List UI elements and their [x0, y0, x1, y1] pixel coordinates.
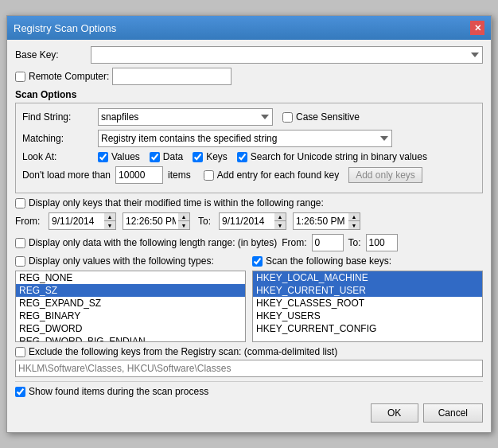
base-key-row: Base Key: [15, 46, 483, 64]
value-types-label[interactable]: Display only values with the following t… [15, 255, 214, 267]
length-to-label: To: [348, 237, 361, 248]
to-time-up[interactable]: ▲ [348, 213, 360, 221]
keys-checkbox[interactable] [193, 152, 203, 162]
from-time-spinbox: ▲ ▼ [123, 212, 190, 230]
list-item[interactable]: REG_DWORD_BIG_ENDIAN [16, 335, 245, 342]
from-date-input[interactable] [49, 212, 104, 230]
to-time-down[interactable]: ▼ [348, 221, 360, 229]
base-keys-header-row: Scan the following base keys: [252, 255, 483, 267]
base-key-select[interactable] [91, 46, 483, 64]
list-item[interactable]: REG_BINARY [16, 310, 245, 322]
unicode-checkbox-label[interactable]: Search for Unicode string in binary valu… [237, 151, 427, 162]
buttons-row: OK Cancel [15, 403, 483, 426]
base-key-label: Base Key: [15, 49, 91, 60]
list-item[interactable]: REG_DWORD [16, 322, 245, 335]
display-length-checkbox[interactable] [15, 238, 25, 248]
value-types-checkbox[interactable] [15, 256, 25, 267]
exclude-input[interactable] [15, 360, 483, 377]
from-time-input[interactable] [123, 212, 178, 230]
scan-options-label: Scan Options [15, 89, 483, 100]
list-item[interactable]: REG_SZ [16, 284, 245, 297]
value-types-listbox[interactable]: REG_NONE REG_SZ REG_EXPAND_SZ REG_BINARY… [15, 271, 246, 342]
from-label: From: [15, 216, 45, 227]
remote-computer-row: Remote Computer: [15, 68, 483, 85]
from-date-up[interactable]: ▲ [104, 213, 115, 221]
matching-select[interactable]: Registry item contains the specified str… [98, 130, 392, 147]
registry-scan-dialog: Registry Scan Options ✕ Base Key: Remote… [6, 15, 492, 433]
items-label: items [168, 169, 191, 181]
list-item[interactable]: HKEY_CURRENT_CONFIG [253, 322, 482, 335]
base-keys-col: Scan the following base keys: HKEY_LOCAL… [252, 255, 483, 342]
to-date-up[interactable]: ▲ [274, 213, 286, 221]
to-time-spinbox: ▲ ▼ [293, 212, 360, 230]
data-checkbox-label[interactable]: Data [150, 151, 183, 162]
base-keys-label[interactable]: Scan the following base keys: [252, 255, 391, 267]
remote-computer-input[interactable] [112, 68, 231, 85]
exclude-keys-row: Exclude the following keys from the Regi… [15, 346, 483, 357]
dialog-title: Registry Scan Options [14, 22, 116, 34]
exclude-input-row [15, 360, 483, 377]
to-date-input[interactable] [219, 212, 274, 230]
base-keys-checkbox[interactable] [252, 256, 263, 267]
title-bar: Registry Scan Options ✕ [7, 16, 491, 40]
dont-load-row: Don't load more than items Add entry for… [22, 166, 476, 184]
values-checkbox-label[interactable]: Values [98, 151, 140, 162]
display-modified-checkbox[interactable] [15, 198, 25, 208]
matching-label: Matching: [22, 133, 98, 144]
keys-checkbox-label[interactable]: Keys [193, 151, 228, 162]
value-types-header-row: Display only values with the following t… [15, 255, 246, 267]
length-from-label: From: [282, 237, 306, 248]
add-entry-checkbox[interactable] [204, 170, 214, 181]
from-date-spinbox: ▲ ▼ [49, 212, 116, 230]
show-found-row: Show found items during the scan process [15, 386, 483, 397]
add-only-keys-button: Add only keys [348, 167, 422, 183]
from-time-up[interactable]: ▲ [178, 213, 189, 221]
case-sensitive-label[interactable]: Case Sensitive [282, 111, 360, 123]
find-string-select[interactable]: snapfiles [98, 108, 273, 126]
close-button[interactable]: ✕ [470, 21, 484, 35]
remote-computer-checkbox[interactable] [15, 72, 25, 82]
exclude-keys-label[interactable]: Exclude the following keys from the Regi… [15, 346, 337, 357]
from-time-down[interactable]: ▼ [178, 221, 189, 229]
display-length-label[interactable]: Display only data with the following len… [15, 237, 277, 248]
to-time-input[interactable] [293, 212, 348, 230]
length-to-input[interactable] [366, 234, 398, 251]
list-item[interactable]: HKEY_CURRENT_USER [253, 284, 482, 297]
values-checkbox[interactable] [98, 152, 108, 162]
show-found-checkbox[interactable] [15, 387, 25, 397]
list-item[interactable]: HKEY_CLASSES_ROOT [253, 297, 482, 310]
value-types-col: Display only values with the following t… [15, 255, 246, 342]
case-sensitive-checkbox[interactable] [282, 112, 293, 123]
list-item[interactable]: HKEY_LOCAL_MACHINE [253, 271, 482, 284]
find-string-row: Find String: snapfiles Case Sensitive [22, 108, 476, 126]
base-keys-listbox[interactable]: HKEY_LOCAL_MACHINE HKEY_CURRENT_USER HKE… [252, 271, 483, 342]
matching-row: Matching: Registry item contains the spe… [22, 130, 476, 147]
list-item[interactable]: REG_EXPAND_SZ [16, 297, 245, 310]
from-date-down[interactable]: ▼ [104, 221, 115, 229]
remote-computer-label[interactable]: Remote Computer: [15, 71, 109, 82]
dont-load-label: Don't load more than [22, 169, 111, 181]
ok-button[interactable]: OK [371, 403, 418, 423]
exclude-keys-checkbox[interactable] [15, 347, 25, 357]
unicode-checkbox[interactable] [237, 152, 247, 162]
to-date-spinbox: ▲ ▼ [219, 212, 286, 230]
to-date-down[interactable]: ▼ [274, 221, 286, 229]
display-modified-row: Display only keys that their modified ti… [15, 197, 483, 208]
scan-options-box: Find String: snapfiles Case Sensitive Ma… [15, 103, 483, 193]
display-length-row: Display only data with the following len… [15, 234, 483, 251]
two-col-section: Display only values with the following t… [15, 255, 483, 342]
list-item[interactable]: HKEY_USERS [253, 310, 482, 322]
data-checkbox[interactable] [150, 152, 160, 162]
add-entry-label[interactable]: Add entry for each found key [204, 169, 339, 181]
display-modified-label[interactable]: Display only keys that their modified ti… [15, 197, 324, 208]
dont-load-input[interactable] [115, 166, 163, 184]
list-item[interactable]: REG_NONE [16, 271, 245, 284]
find-string-label: Find String: [22, 111, 98, 123]
show-found-label[interactable]: Show found items during the scan process [15, 386, 208, 397]
look-at-row: Look At: Values Data Keys [22, 151, 476, 162]
to-label: To: [198, 216, 211, 227]
look-at-label: Look At: [22, 151, 98, 162]
datetime-row: From: ▲ ▼ ▲ ▼ To: ▲ ▼ [15, 212, 483, 230]
length-from-input[interactable] [312, 234, 344, 251]
cancel-button[interactable]: Cancel [423, 403, 483, 423]
